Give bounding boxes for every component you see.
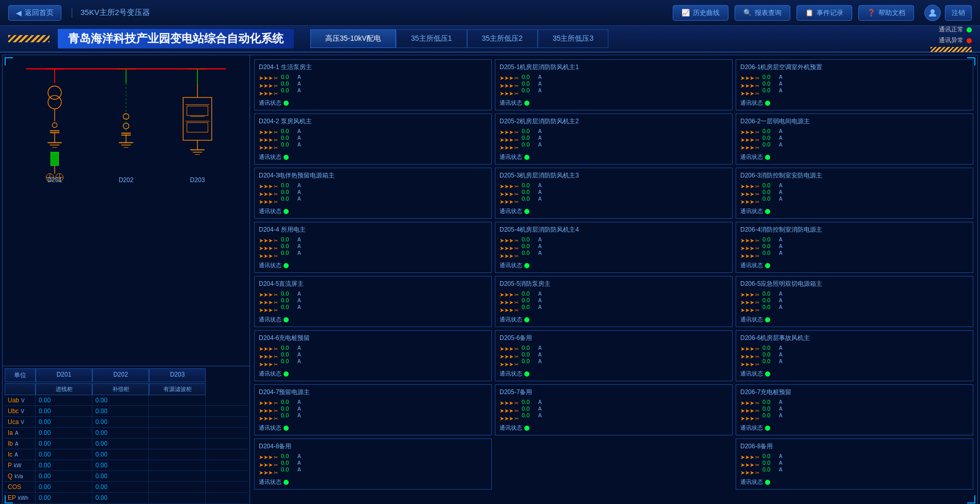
tab-lv2[interactable]: 35主所低压2	[467, 29, 538, 48]
arrow-icon: ➤➤➤	[500, 291, 513, 298]
device-readings: ➤➤➤ ✂ ➤➤➤ ✂ ➤➤➤ ✂ 0.0 A	[259, 290, 487, 314]
tab-hv[interactable]: 高压35-10kV配电	[310, 29, 396, 48]
val-1: 0.0	[522, 290, 536, 297]
scissor-icon: ✂	[514, 346, 519, 352]
logout-button[interactable]: 注销	[945, 5, 972, 21]
unit-2: A	[779, 406, 783, 412]
d201-val: 0.00	[36, 460, 92, 470]
svg-text:D203: D203	[190, 176, 205, 183]
vals-col: 0.0 A 0.0 A 0.0 A	[281, 399, 487, 418]
device-cards-panel: D204-1 生活泵房主 ➤➤➤ ✂ ➤➤➤ ✂ ➤➤➤ ✂	[250, 55, 977, 504]
row-unit: A	[15, 430, 19, 436]
device-card: D204-6充电桩预留 ➤➤➤ ✂ ➤➤➤ ✂ ➤➤➤ ✂	[254, 330, 492, 381]
val-line-3: 0.0 A	[522, 304, 728, 310]
val-1: 0.0	[762, 182, 777, 188]
comm-status-dot	[524, 155, 529, 160]
arrow-row-2: ➤➤➤ ✂	[500, 408, 519, 414]
tab-lv1[interactable]: 35主所低压1	[396, 29, 467, 48]
device-card-title: D205-7备用	[500, 388, 728, 397]
arrow-row-3: ➤➤➤ ✂	[259, 307, 278, 314]
arrow-row-1: ➤➤➤ ✂	[740, 183, 759, 190]
unit-2: A	[538, 243, 542, 249]
arrow-row-3: ➤➤➤ ✂	[740, 415, 759, 422]
comm-abnormal-label: 通讯异常	[939, 36, 964, 45]
history-button[interactable]: 📈 历史曲线	[673, 5, 728, 21]
report-label: 报表查询	[755, 8, 782, 18]
device-card-title: D206-8备用	[740, 442, 969, 451]
val-3: 0.0	[281, 358, 295, 364]
tab-lv3[interactable]: 35主所低压3	[538, 29, 608, 48]
svg-rect-37	[187, 106, 208, 115]
comm-row: 通讯状态	[259, 478, 487, 486]
scissor-icon: ✂	[755, 145, 759, 151]
row-unit: V	[21, 409, 24, 414]
val-2: 0.0	[281, 297, 295, 303]
arrow-icon: ➤➤➤	[259, 237, 273, 244]
unit-1: A	[538, 128, 542, 134]
arrow-row-3: ➤➤➤ ✂	[740, 469, 759, 476]
comm-row: 通讯状态	[259, 207, 487, 215]
comm-row: 通讯状态	[500, 424, 728, 432]
arrow-icon: ➤➤➤	[259, 353, 273, 360]
row-label: Ia	[8, 429, 13, 436]
unit-3: A	[779, 359, 783, 364]
device-readings: ➤➤➤ ✂ ➤➤➤ ✂ ➤➤➤ ✂ 0.0 A	[500, 236, 728, 259]
vals-col: 0.0 A 0.0 A 0.0 A	[281, 236, 487, 256]
report-button[interactable]: 🔍 报表查询	[735, 5, 790, 21]
d202-val: 0.00	[92, 438, 149, 449]
scissor-icon: ✂	[514, 91, 519, 96]
val-1: 0.0	[281, 453, 295, 459]
scissor-icon: ✂	[274, 300, 278, 305]
unit-1: A	[779, 128, 783, 134]
svg-point-0	[931, 9, 935, 13]
back-button[interactable]: ◀ 返回首页	[8, 5, 61, 21]
label-cell: Ubc V	[5, 406, 36, 416]
device-readings: ➤➤➤ ✂ ➤➤➤ ✂ ➤➤➤ ✂ 0.0 A	[740, 345, 969, 368]
svg-text:D201: D201	[47, 176, 62, 183]
arrow-row-1: ➤➤➤ ✂	[740, 237, 759, 244]
help-button[interactable]: ❓ 帮助文档	[858, 5, 914, 21]
event-button[interactable]: 📋 事件记录	[796, 5, 852, 21]
event-icon: 📋	[805, 9, 813, 17]
unit-2: A	[779, 298, 783, 303]
val-line-3: 0.0 A	[281, 141, 487, 148]
comm-status-dot	[284, 209, 289, 214]
device-card: D206-7充电桩预留 ➤➤➤ ✂ ➤➤➤ ✂ ➤➤➤ ✂	[736, 384, 973, 435]
arrow-icon: ➤➤➤	[500, 183, 513, 190]
arrow-icon: ➤➤➤	[500, 307, 513, 314]
comm-label: 通讯状态	[500, 207, 522, 215]
vals-col: 0.0 A 0.0 A 0.0 A	[522, 290, 728, 310]
val-line-3: 0.0 A	[762, 196, 969, 202]
vals-col: 0.0 A 0.0 A 0.0 A	[281, 345, 487, 364]
arrow-icon: ➤➤➤	[259, 400, 273, 407]
val-line-3: 0.0 A	[762, 141, 969, 148]
unit-3: A	[538, 250, 542, 256]
device-card-title: D205-5消防泵房主	[500, 280, 728, 288]
svg-rect-35	[183, 97, 211, 140]
vals-col: 0.0 A 0.0 A 0.0 A	[522, 345, 728, 364]
d201-val: 0.00	[36, 395, 92, 405]
comm-status-dot	[284, 263, 289, 268]
row-label: COS	[8, 483, 21, 491]
arrow-row-2: ➤➤➤ ✂	[259, 462, 278, 468]
scissor-icon: ✂	[274, 400, 278, 406]
scissor-icon: ✂	[755, 362, 759, 367]
unit-3: A	[297, 304, 301, 310]
device-card-title: D206-7充电桩预留	[740, 388, 969, 397]
val-3: 0.0	[762, 196, 777, 202]
header-stripe-left	[8, 35, 49, 42]
arrow-row-2: ➤➤➤ ✂	[500, 353, 519, 360]
arrow-row-2: ➤➤➤ ✂	[740, 462, 759, 468]
comm-label: 通讯状态	[740, 207, 763, 215]
col-headers: 单位 D201 D202 D203	[5, 368, 247, 382]
scissor-icon: ✂	[755, 184, 759, 189]
val-line-2: 0.0 A	[522, 297, 728, 303]
arrows-col: ➤➤➤ ✂ ➤➤➤ ✂ ➤➤➤ ✂	[259, 75, 278, 97]
page-title: 35KV主所2号变压器	[72, 8, 150, 18]
arrows-col: ➤➤➤ ✂ ➤➤➤ ✂ ➤➤➤ ✂	[500, 183, 519, 205]
device-card-title: D205-6备用	[500, 334, 728, 343]
arrow-icon: ➤➤➤	[740, 191, 754, 198]
arrow-row-2: ➤➤➤ ✂	[500, 245, 519, 252]
val-2: 0.0	[522, 405, 536, 412]
sub-blank	[5, 383, 36, 395]
